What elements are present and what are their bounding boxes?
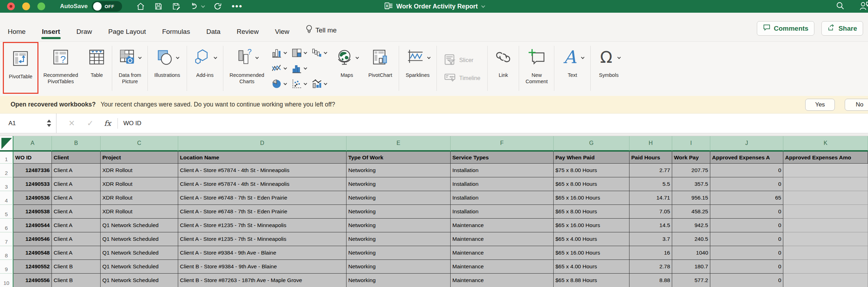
cell-D3[interactable]: Client A - Store #57874 - 4th St - Minne… [178, 177, 346, 191]
tab-formulas[interactable]: Formulas [161, 28, 191, 41]
recommended-charts-button[interactable]: ? Recommended Charts [225, 42, 269, 96]
cell-H1[interactable]: Paid Hours [629, 152, 672, 164]
cell-D7[interactable]: Client A - Store #1235 - 7th St - Minnea… [178, 232, 346, 246]
text-chevron[interactable] [581, 55, 585, 59]
column-header-J[interactable]: J [710, 136, 783, 152]
no-button[interactable]: No [845, 99, 868, 111]
cell-J4[interactable]: 65 [710, 191, 783, 205]
cell-E10[interactable]: Networking [346, 274, 451, 287]
cell-J6[interactable]: 0 [710, 219, 783, 232]
cell-B5[interactable]: Client A [52, 205, 101, 219]
cell-B3[interactable]: Client A [52, 177, 101, 191]
cell-J9[interactable]: 0 [710, 260, 783, 274]
cell-D10[interactable]: Client B - Store #87263 - 187th Ave - Ma… [178, 274, 346, 287]
cell-B2[interactable]: Client A [52, 164, 101, 177]
minimize-window-button[interactable] [22, 2, 30, 10]
cell-B10[interactable]: Client B [52, 274, 101, 287]
undo-icon[interactable] [189, 2, 204, 11]
spinner-down-icon[interactable] [47, 124, 51, 127]
cell-D4[interactable]: Client A - Store #6748 - 7th St - Eden P… [178, 191, 346, 205]
scatter-chart-chevron[interactable] [303, 81, 307, 85]
cell-B6[interactable]: Client A [52, 219, 101, 232]
symbols-button[interactable]: Ω Symbols [592, 42, 625, 96]
cell-D5[interactable]: Client A - Store #6748 - 7th St - Eden P… [178, 205, 346, 219]
cell-I10[interactable]: 577.2 [672, 274, 710, 287]
sparklines-chevron[interactable] [427, 55, 430, 59]
cell-G6[interactable]: $65 x 16.00 Hours [554, 219, 629, 232]
cell-A10[interactable]: 12490556 [13, 274, 52, 287]
tab-page-layout[interactable]: Page Layout [108, 28, 147, 41]
cell-I1[interactable]: Work Pay [672, 152, 710, 164]
column-header-D[interactable]: D [178, 136, 346, 152]
cell-J10[interactable]: 0 [710, 274, 783, 287]
line-chart-chevron[interactable] [283, 66, 287, 69]
name-box-spinner[interactable] [47, 120, 51, 127]
cell-C8[interactable]: Q1 Network Scheduled [101, 246, 178, 260]
spinner-up-icon[interactable] [47, 120, 51, 122]
cell-E1[interactable]: Type Of Work [346, 152, 451, 164]
cell-C4[interactable]: XDR Rollout [101, 191, 178, 205]
account-feedback-icon[interactable] [859, 1, 868, 12]
tab-home[interactable]: Home [7, 28, 26, 41]
cell-B8[interactable]: Client A [52, 246, 101, 260]
addins-chevron[interactable] [213, 55, 217, 59]
cell-J1[interactable]: Approved Expenses A [710, 152, 783, 164]
cell-J7[interactable]: 0 [710, 232, 783, 246]
column-chart-chevron[interactable] [283, 50, 287, 54]
cell-J8[interactable]: 0 [710, 246, 783, 260]
cell-C9[interactable]: Q1 Network Scheduled [101, 260, 178, 274]
row-header-3[interactable]: 3 [0, 177, 13, 191]
cell-F8[interactable]: Maintenance [451, 246, 554, 260]
save-as-icon[interactable] [172, 2, 180, 11]
cell-I3[interactable]: 357.5 [672, 177, 710, 191]
cell-A9[interactable]: 12490552 [13, 260, 52, 274]
cell-E6[interactable]: Networking [346, 219, 451, 232]
cell-A8[interactable]: 12490548 [13, 246, 52, 260]
tab-insert[interactable]: Insert [41, 28, 61, 41]
name-box[interactable]: A1 [0, 114, 56, 133]
column-header-B[interactable]: B [52, 136, 101, 152]
illustrations-button[interactable]: Illustrations [149, 42, 185, 96]
histogram-chart-chevron[interactable] [303, 66, 307, 69]
column-header-F[interactable]: F [451, 136, 554, 152]
cell-H6[interactable]: 14.5 [629, 219, 672, 232]
cell-I5[interactable]: 458.25 [672, 205, 710, 219]
row-header-8[interactable]: 8 [0, 246, 13, 260]
cell-A4[interactable]: 12490536 [13, 191, 52, 205]
formula-input[interactable]: WO ID [123, 120, 141, 127]
cell-B1[interactable]: Client [52, 152, 101, 164]
cell-H10[interactable]: 8.88 [629, 274, 672, 287]
undo-dropdown-chevron[interactable] [201, 4, 205, 8]
column-header-E[interactable]: E [346, 136, 451, 152]
row-header-1[interactable]: 1 [0, 152, 13, 164]
zoom-window-button[interactable] [37, 2, 45, 10]
cell-F4[interactable]: Installation [451, 191, 554, 205]
column-header-K[interactable]: K [783, 136, 868, 152]
cell-I6[interactable]: 942.5 [672, 219, 710, 232]
column-chart-button[interactable] [271, 48, 287, 58]
cell-C1[interactable]: Project [101, 152, 178, 164]
treemap-chart-chevron[interactable] [303, 50, 307, 54]
tab-data[interactable]: Data [206, 28, 221, 41]
cell-B7[interactable]: Client A [52, 232, 101, 246]
cell-K6[interactable] [783, 219, 868, 232]
close-window-button[interactable] [7, 2, 15, 10]
cell-G5[interactable]: $65 x 8.00 Hours [554, 205, 629, 219]
cell-A3[interactable]: 12490533 [13, 177, 52, 191]
line-chart-button[interactable] [271, 63, 287, 74]
cell-J5[interactable]: 0 [710, 205, 783, 219]
cell-F7[interactable]: Maintenance [451, 232, 554, 246]
row-header-4[interactable]: 4 [0, 191, 13, 205]
sparklines-button[interactable]: Sparklines [400, 42, 435, 96]
table-button[interactable]: Table [83, 42, 110, 96]
yes-button[interactable]: Yes [805, 99, 835, 111]
tab-view[interactable]: View [274, 28, 290, 41]
more-commands-icon[interactable]: ••• [231, 5, 242, 8]
scatter-chart-button[interactable] [291, 79, 307, 89]
new-comment-button[interactable]: New Comment [520, 42, 553, 96]
confirm-entry-icon[interactable]: ✓ [87, 119, 93, 128]
cell-J2[interactable]: 0 [710, 164, 783, 177]
symbols-chevron[interactable] [617, 55, 621, 59]
cell-C2[interactable]: XDR Rollout [101, 164, 178, 177]
home-icon[interactable] [136, 2, 145, 11]
